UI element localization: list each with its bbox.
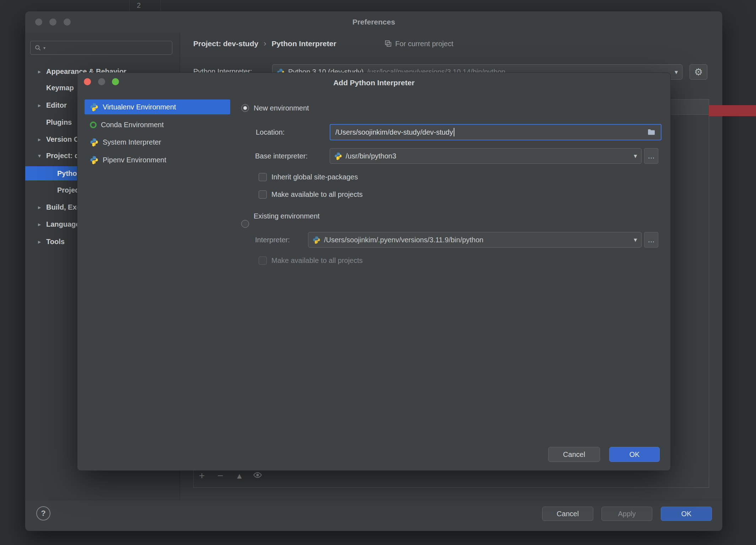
current-project-icon [384,40,392,48]
conda-icon [90,122,97,128]
help-icon: ? [41,509,45,518]
breadcrumb-page: Python Interpreter [272,39,336,48]
error-stripe [709,105,756,116]
python-virtualenv-icon [90,103,98,111]
apply-button[interactable]: Apply [601,507,652,521]
search-options-icon[interactable]: ▾ [43,45,45,50]
sidebar-item-label: Plugins [46,118,72,126]
text-caret [454,128,454,136]
type-label: Pipenv Environment [103,156,166,164]
show-early-releases-button[interactable] [253,470,262,481]
ellipsis-icon: … [648,152,655,160]
dialog-title: Add Python Interpreter [77,79,670,87]
type-conda[interactable]: Conda Environment [85,117,230,132]
location-value: /Users/soojinkim/dev-study/dev-study [335,128,453,136]
existing-interpreter-label: Interpreter: [255,236,290,244]
preferences-footer: ? Cancel Apply OK [25,500,722,531]
ok-button[interactable]: OK [661,507,712,521]
window-title: Preferences [25,18,722,26]
add-interpreter-dialog: Add Python Interpreter Virtualenv Enviro… [77,72,671,471]
chevron-down-icon: ▾ [634,152,637,160]
existing-interpreter-browse-button[interactable]: … [644,232,658,248]
remove-package-icon[interactable]: − [217,471,223,481]
base-interpreter-select[interactable]: /usr/bin/python3 ▾ [330,148,642,164]
pipenv-icon [90,156,98,164]
make-available-existing-checkbox [259,257,267,265]
type-label: Conda Environment [101,121,164,129]
sidebar-item-label: Keymap [46,84,74,92]
location-label: Location: [256,128,285,136]
scope-note: For current project [384,40,453,48]
make-available-label[interactable]: Make available to all projects [271,190,363,199]
preferences-titlebar: Preferences [25,11,722,33]
ok-label: OK [681,510,692,518]
apply-label: Apply [618,510,636,518]
chevron-right-icon[interactable]: ▸ [38,221,46,228]
base-interpreter-label: Base interpreter: [255,152,308,160]
eye-icon [253,470,262,480]
dialog-cancel-button[interactable]: Cancel [548,447,600,462]
chevron-right-icon[interactable]: ▸ [38,204,46,211]
make-available-checkbox[interactable] [259,190,267,199]
background-tab-divider [129,0,130,11]
new-environment-radio[interactable] [241,104,249,112]
cancel-label: Cancel [557,510,579,518]
python-icon [313,236,320,244]
chevron-down-icon: ▾ [634,236,637,244]
chevron-right-icon[interactable]: ▸ [38,102,46,109]
new-environment-label[interactable]: New environment [254,104,309,112]
desktop: 2 Preferences ▾ ▸ Appearance & Behavior … [0,0,756,545]
chevron-right-icon[interactable]: ▸ [38,238,46,245]
existing-environment-radio[interactable] [241,220,249,228]
make-available-existing-label: Make available to all projects [271,257,363,265]
dialog-ok-label: OK [630,450,640,459]
ellipsis-icon: … [648,236,655,244]
inherit-site-packages-label[interactable]: Inherit global site-packages [271,173,358,181]
help-button[interactable]: ? [36,506,50,520]
dialog-ok-button[interactable]: OK [609,447,660,462]
breadcrumb-project[interactable]: Project: dev-study [193,39,258,48]
type-pipenv[interactable]: Pipenv Environment [85,152,230,167]
base-interpreter-browse-button[interactable]: … [644,148,658,164]
breadcrumb-separator-icon: › [264,39,266,48]
dialog-cancel-label: Cancel [563,450,585,459]
browse-folder-icon[interactable] [647,128,656,136]
chevron-down-icon: ▾ [675,68,678,76]
type-system-interpreter[interactable]: System Interpreter [85,135,230,150]
cancel-button[interactable]: Cancel [542,507,593,521]
python-icon [334,152,342,160]
breadcrumb: Project: dev-study › Python Interpreter … [193,37,453,50]
base-interpreter-value: /usr/bin/python3 [346,152,396,160]
type-label: Virtualenv Environment [103,103,176,111]
existing-interpreter-value: /Users/soojinkim/.pyenv/versions/3.11.9/… [324,236,484,244]
existing-environment-label[interactable]: Existing environment [254,212,320,220]
type-virtualenv[interactable]: Virtualenv Environment [85,99,230,114]
upgrade-package-icon[interactable]: ▲ [236,472,243,480]
type-label: System Interpreter [103,138,161,146]
interpreter-settings-button[interactable]: ⚙ [690,64,707,80]
chevron-down-icon[interactable]: ▾ [38,152,46,159]
location-input[interactable]: /Users/soojinkim/dev-study/dev-study [330,124,662,140]
sidebar-item-label: Editor [46,101,67,109]
chevron-right-icon[interactable]: ▸ [38,68,46,75]
sidebar-item-label: Tools [46,238,65,246]
python-icon [90,138,98,146]
background-tab-number: 2 [137,1,141,10]
settings-search-input[interactable]: ▾ [30,41,172,55]
search-icon [34,44,42,52]
scope-note-label: For current project [395,40,453,48]
background-tab-divider [161,0,161,11]
existing-interpreter-select[interactable]: /Users/soojinkim/.pyenv/versions/3.11.9/… [308,232,642,248]
gear-icon: ⚙ [694,66,703,78]
chevron-right-icon[interactable]: ▸ [38,136,46,143]
inherit-site-packages-checkbox[interactable] [259,173,267,181]
add-package-icon[interactable]: + [199,471,205,481]
